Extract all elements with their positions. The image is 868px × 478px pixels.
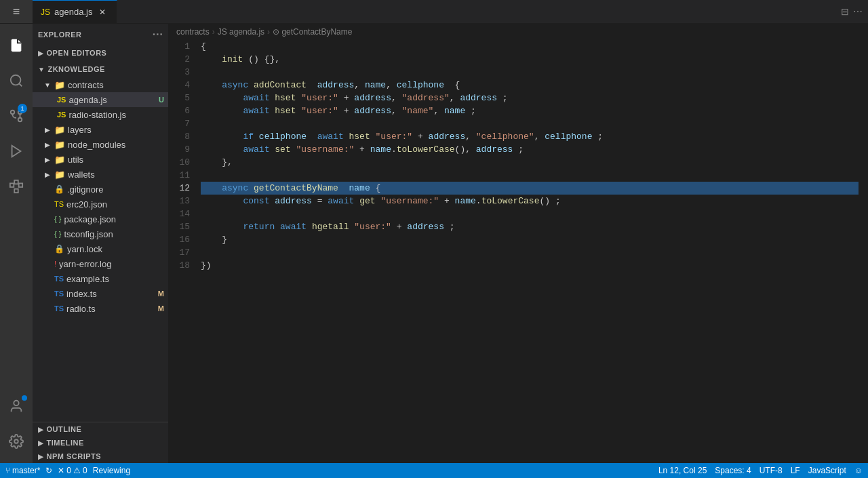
sidebar-item-tsconfig[interactable]: { } tsconfig.json: [33, 226, 168, 241]
sidebar-explorer-title[interactable]: EXPLORER ⋯: [33, 24, 168, 45]
file-icon-package: { }: [54, 215, 61, 223]
tab-close-button[interactable]: ✕: [96, 6, 108, 18]
warning-icon: ⚠: [73, 466, 81, 475]
file-icon-log: !: [54, 260, 56, 268]
line-numbers: 1 2 3 4 5 6 7 8 9 10 11 12 13 14: [168, 40, 198, 272]
code-line-10: },: [201, 156, 859, 169]
activity-debug[interactable]: [0, 135, 33, 167]
status-left: ⑂ master* ↻ ✕ 0 ⚠ 0 Reviewing: [5, 466, 130, 475]
folder-icon2: 📁: [54, 125, 65, 135]
svg-point-11: [14, 401, 18, 405]
explorer-menu-icon[interactable]: ⋯: [152, 28, 163, 41]
sidebar-item-gitignore[interactable]: 🔒 .gitignore: [33, 182, 168, 197]
editor-content[interactable]: 1 2 3 4 5 6 7 8 9 10 11 12 13 14: [168, 40, 859, 463]
sidebar-item-contracts[interactable]: ▼ 📁 contracts: [33, 77, 168, 92]
code-line-6: await hset "user:" + address, "name", na…: [201, 104, 859, 117]
sidebar-item-agenda-js[interactable]: JS agenda.js U: [33, 92, 168, 107]
js-file-icon: JS: [41, 7, 50, 17]
activity-account[interactable]: [0, 390, 33, 422]
contracts-arrow: ▼: [43, 81, 52, 89]
sidebar-item-utils[interactable]: ▶ 📁 utils: [33, 152, 168, 167]
ts-icon-erc20: TS: [54, 200, 64, 208]
breadcrumb-agendajs[interactable]: JS agenda.js: [218, 27, 264, 37]
breadcrumb: contracts › JS agenda.js › ⊙ getContactB…: [168, 24, 859, 40]
activity-search[interactable]: [0, 64, 33, 97]
more-actions-icon[interactable]: ⋯: [853, 6, 863, 17]
svg-point-2: [18, 118, 22, 122]
svg-point-12: [14, 439, 18, 443]
activity-files[interactable]: [0, 29, 33, 62]
folder-icon5: 📁: [54, 170, 65, 180]
breadcrumb-function[interactable]: ⊙ getContactByName: [273, 27, 352, 37]
svg-rect-7: [10, 183, 14, 187]
sidebar-item-example-ts[interactable]: TS example.ts: [33, 271, 168, 286]
layers-arrow: ▶: [43, 126, 52, 134]
open-editors-section[interactable]: ▶ OPEN Editors: [33, 45, 168, 61]
code-line-11: [201, 169, 859, 182]
npm-scripts-section[interactable]: ▶ NPM SCRIPTS: [33, 450, 168, 463]
status-line-ending[interactable]: LF: [791, 466, 800, 475]
activity-bar: 1: [0, 24, 33, 463]
zknowledge-arrow: ▼: [38, 66, 45, 73]
split-editor-icon[interactable]: ⊟: [841, 6, 849, 17]
status-branch[interactable]: ⑂ master*: [5, 466, 40, 475]
svg-rect-10: [14, 189, 18, 193]
status-cursor[interactable]: Ln 12, Col 25: [658, 466, 707, 475]
code-line-3: [201, 66, 859, 79]
status-reviewing[interactable]: Reviewing: [93, 466, 130, 475]
sidebar-item-layers[interactable]: ▶ 📁 layers: [33, 122, 168, 137]
status-bar: ⑂ master* ↻ ✕ 0 ⚠ 0 Reviewing Ln 12, Col…: [0, 463, 868, 478]
file-icon-gitignore: 🔒: [54, 184, 64, 194]
breadcrumb-contracts[interactable]: contracts: [176, 27, 210, 37]
svg-line-1: [19, 83, 22, 86]
status-spaces[interactable]: Spaces: 4: [715, 466, 751, 475]
status-sync[interactable]: ↻: [45, 466, 52, 475]
node-modules-arrow: ▶: [43, 141, 52, 148]
zknowledge-section[interactable]: ▼ ZKNOWLEDGE: [33, 61, 168, 77]
activity-settings[interactable]: [0, 425, 33, 458]
ts-icon-radio: TS: [54, 304, 64, 313]
sidebar: EXPLORER ⋯ ▶ OPEN Editors ▼ ZKNOWLEDGE ▼…: [33, 24, 168, 463]
tab-agenda-js[interactable]: JS agenda.js ✕: [33, 0, 117, 23]
folder-icon: 📁: [54, 80, 65, 90]
sidebar-item-node-modules[interactable]: ▶ 📁 node_modules: [33, 137, 168, 152]
sidebar-item-erc20[interactable]: TS erc20.json: [33, 197, 168, 212]
status-language[interactable]: JavaScript: [808, 466, 846, 475]
svg-marker-6: [12, 146, 21, 157]
ts-icon-index: TS: [54, 290, 64, 298]
file-icon-yarn: 🔒: [54, 244, 64, 254]
outline-section[interactable]: ▶ OUTLINE: [33, 422, 168, 436]
sidebar-item-wallets[interactable]: ▶ 📁 wallets: [33, 167, 168, 182]
radio-badge: M: [158, 304, 164, 313]
wallets-arrow: ▶: [43, 171, 52, 178]
folder-icon3: 📁: [54, 140, 65, 150]
sidebar-tree: ▼ 📁 contracts JS agenda.js U JS radio-st…: [33, 77, 168, 422]
activity-git[interactable]: 1: [0, 100, 33, 132]
tab-label: agenda.js: [54, 7, 92, 17]
code-line-1: {: [201, 40, 859, 53]
svg-rect-9: [14, 180, 18, 184]
sidebar-item-radio-station[interactable]: JS radio-station.js: [33, 107, 168, 122]
open-editors-arrow: ▶: [38, 49, 44, 57]
sidebar-item-index-ts[interactable]: TS index.ts M: [33, 286, 168, 301]
folder-icon4: 📁: [54, 155, 65, 165]
code-line-13: const address = await get "username:" + …: [201, 195, 859, 207]
status-encoding[interactable]: UTF-8: [760, 466, 783, 475]
agenda-badge: U: [159, 96, 164, 104]
code-line-8: if cellphone await hset "user:" + addres…: [201, 130, 859, 143]
sidebar-item-yarn-lock[interactable]: 🔒 yarn.lock: [33, 241, 168, 256]
status-errors[interactable]: ✕ 0 ⚠ 0: [58, 466, 87, 475]
status-feedback[interactable]: ☺: [854, 466, 863, 475]
code-line-18: }): [201, 259, 859, 272]
code-line-14: [201, 207, 859, 220]
code-line-2: init () {},: [201, 53, 859, 66]
code-line-12: async getContactByName name {: [201, 182, 859, 195]
timeline-section[interactable]: ▶ TIMELINE: [33, 436, 168, 450]
code-lines[interactable]: { init () {}, async addContact address, …: [198, 40, 859, 272]
sidebar-item-radio-ts[interactable]: TS radio.ts M: [33, 301, 168, 316]
sidebar-item-yarn-error[interactable]: ! yarn-error.log: [33, 256, 168, 271]
code-line-16: }: [201, 233, 859, 246]
activity-extensions[interactable]: [0, 170, 33, 203]
scrollbar-area: [859, 24, 868, 463]
sidebar-item-package-json[interactable]: { } package.json: [33, 212, 168, 226]
